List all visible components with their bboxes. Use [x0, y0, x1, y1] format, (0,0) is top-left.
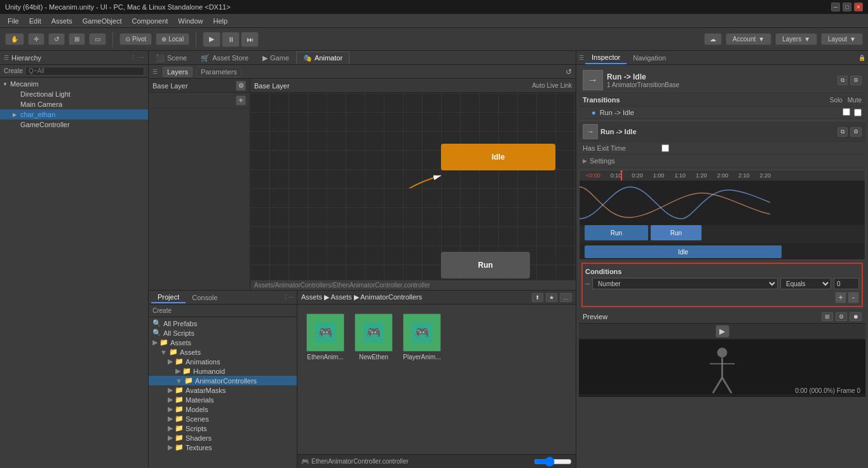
inspector-settings-btn[interactable]: ⚙ — [850, 76, 862, 85]
transition-run-idle[interactable]: ● Run -> Idle — [579, 107, 865, 119]
project-menu-icon[interactable]: ⋮ — [283, 294, 288, 301]
tab-game[interactable]: ▶ Game — [255, 52, 296, 64]
menu-window[interactable]: Window — [173, 16, 208, 26]
asset-btn3[interactable]: … — [560, 293, 572, 302]
asset-btn1[interactable]: ⬆ — [532, 293, 543, 302]
menu-component[interactable]: Component — [126, 16, 173, 26]
asset-item-new-ethen[interactable]: 🎮 NewEthen — [352, 311, 395, 363]
tree-animations[interactable]: ▶ 📁 Animations — [149, 357, 297, 366]
animator-refresh-icon[interactable]: ↺ — [566, 67, 572, 76]
play-button[interactable]: ▶ — [203, 32, 220, 47]
inspector-subtitle: 1 AnimatorTransitionBase — [607, 81, 679, 88]
rotate-tool-button[interactable]: ↺ — [48, 33, 65, 45]
tree-scenes[interactable]: ▶ 📁 Scenes — [149, 414, 297, 423]
tree-item-game-controller[interactable]: GameController — [0, 120, 148, 130]
tree-models[interactable]: ▶ 📁 Models — [149, 404, 297, 414]
asset-btn2[interactable]: ★ — [546, 293, 557, 302]
transition-mute-check[interactable] — [854, 109, 862, 116]
condition-op-select[interactable]: Equals NotEqual Greater Less — [780, 278, 831, 289]
minimize-button[interactable]: ─ — [831, 3, 840, 11]
layer-settings-button[interactable]: ⚙ — [236, 81, 246, 91]
auto-live-link-label[interactable]: Auto Live Link — [532, 82, 572, 89]
transition-solo-check[interactable] — [843, 108, 850, 116]
hierarchy-search-input[interactable] — [25, 67, 144, 76]
pivot-button[interactable]: ⊙ Pivot — [119, 33, 152, 45]
menu-assets[interactable]: Assets — [46, 16, 78, 26]
ruler-mark-120: 1:20 — [691, 172, 712, 179]
scale-tool-button[interactable]: ⊞ — [69, 33, 85, 45]
move-tool-button[interactable]: ✛ — [28, 33, 44, 45]
preview-play-button[interactable]: ▶ — [715, 325, 729, 338]
tree-all-prefabs[interactable]: 🔍 All Prefabs — [149, 319, 297, 328]
project-pin-icon[interactable]: ⋯ — [288, 294, 294, 301]
inspector-lock-icon[interactable]: 🔒 — [858, 55, 865, 61]
layers-button[interactable]: Layers ▼ — [775, 33, 817, 45]
preview-record-btn[interactable]: ⏺ — [850, 312, 862, 321]
add-layer-button[interactable]: + — [236, 95, 246, 106]
tree-item-directional-light[interactable]: Directional Light — [0, 89, 148, 99]
tree-assets-root[interactable]: ▶ 📁 Assets — [149, 338, 297, 347]
preview-settings-btn[interactable]: ⚙ — [836, 312, 847, 321]
tab-scene[interactable]: ⬛ Scene — [149, 52, 194, 64]
timeline-playhead[interactable] — [621, 170, 622, 181]
tab-navigation[interactable]: Navigation — [627, 52, 672, 64]
rect-tool-button[interactable]: ▭ — [89, 33, 106, 45]
tree-avatar-masks[interactable]: ▶ 📁 AvatarMasks — [149, 385, 297, 395]
remove-condition-button[interactable]: - — [848, 292, 859, 303]
hand-tool-button[interactable]: ✋ — [5, 33, 24, 45]
tab-animator[interactable]: 🎭 Animator — [296, 52, 349, 64]
tree-materials[interactable]: ▶ 📁 Materials — [149, 395, 297, 404]
inspector-copy-btn[interactable]: ⧉ — [837, 76, 848, 85]
inspector-panel: ☰ Inspector Navigation 🔒 → Run -> Idle 1… — [576, 51, 868, 468]
tree-assets-folder[interactable]: ▼ 📁 Assets — [149, 347, 297, 357]
preview-expand-btn[interactable]: ⊞ — [822, 312, 833, 321]
tab-console[interactable]: Console — [186, 292, 224, 303]
add-condition-button[interactable]: + — [835, 292, 846, 303]
tree-humanoid[interactable]: ▶ 📁 Humanoid — [149, 366, 297, 376]
state-idle[interactable]: Idle — [441, 144, 555, 170]
trans-settings-btn[interactable]: ⚙ — [850, 127, 862, 137]
maximize-button[interactable]: □ — [843, 3, 851, 11]
tab-asset-store[interactable]: 🛒 Asset Store — [194, 52, 255, 64]
tab-project[interactable]: Project — [151, 292, 186, 303]
tree-item-char-ethan[interactable]: ▶ char_ethan — [0, 109, 148, 120]
trans-copy-btn[interactable]: ⧉ — [837, 127, 848, 137]
settings-row[interactable]: ▶ Settings — [579, 155, 865, 167]
asset-zoom-slider[interactable] — [534, 458, 572, 465]
timeline-ruler[interactable]: <0:00 0:10 0:20 1:00 1:10 1:20 2:00 2:10… — [580, 170, 865, 181]
transition-detail-header: → Run -> Idle ⧉ ⚙ — [579, 122, 865, 142]
pause-button[interactable]: ⏸ — [222, 32, 240, 47]
account-button[interactable]: Account ▼ — [726, 33, 771, 45]
asset-item-player-anim[interactable]: 🎮 PlayerAnim... — [400, 311, 444, 363]
cloud-button[interactable]: ☁ — [704, 33, 722, 45]
tree-scripts[interactable]: ▶ 📁 Scripts — [149, 423, 297, 433]
tree-item-mecanim[interactable]: ▼ Mecanim — [0, 79, 148, 89]
asset-item-ethen-anim[interactable]: 🎮 EthenAnim... — [304, 311, 347, 363]
layers-tab-btn[interactable]: Layers — [163, 67, 193, 77]
tree-all-scripts[interactable]: 🔍 All Scripts — [149, 328, 297, 338]
layout-button[interactable]: Layout ▼ — [821, 33, 863, 45]
condition-param-select[interactable]: Number — [592, 278, 778, 289]
has-exit-time-checkbox[interactable] — [661, 144, 669, 152]
menu-edit[interactable]: Edit — [24, 16, 46, 26]
tree-item-main-camera[interactable]: Main Camera — [0, 99, 148, 109]
hierarchy-create-btn[interactable]: Create — [4, 67, 23, 74]
local-button[interactable]: ⊕ Local — [156, 33, 189, 45]
timeline-graph[interactable] — [580, 181, 865, 225]
menu-gameobject[interactable]: GameObject — [78, 16, 127, 26]
condition-value-input[interactable] — [834, 278, 859, 289]
menu-file[interactable]: File — [3, 16, 24, 26]
close-button[interactable]: ✕ — [854, 3, 863, 11]
params-tab-btn[interactable]: Parameters — [196, 67, 241, 77]
state-run[interactable]: Run — [441, 252, 530, 279]
tree-animator-controllers[interactable]: ▼ 📁 AnimatorControllers — [149, 376, 297, 385]
animator-canvas[interactable]: Idle Shout Run — [250, 93, 576, 280]
menu-help[interactable]: Help — [208, 16, 233, 26]
tree-textures[interactable]: ▶ 📁 Textures — [149, 443, 297, 452]
step-button[interactable]: ⏭ — [241, 32, 259, 47]
tab-inspector[interactable]: Inspector — [585, 52, 627, 64]
ac-arrow: ▼ — [175, 377, 182, 385]
project-create-btn[interactable]: Create — [153, 307, 172, 314]
mecanim-label: Mecanim — [10, 80, 39, 88]
tree-shaders[interactable]: ▶ 📁 Shaders — [149, 433, 297, 443]
